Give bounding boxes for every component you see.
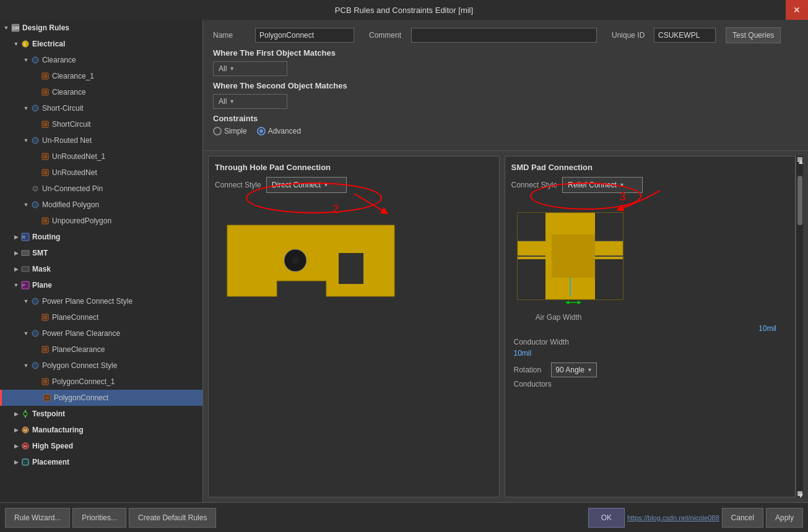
th-connect-dropdown[interactable]: Direct Connect ▼: [266, 177, 347, 193]
svg-text:P: P: [22, 283, 25, 288]
tree-item-power-plane-clearance[interactable]: ▼Power Plane Clearance: [0, 325, 202, 341]
tree-label-power-plane-clearance: Power Plane Clearance: [42, 329, 120, 338]
unique-id-label: Unique ID: [612, 31, 649, 40]
tree-item-manufacturing[interactable]: ▶MManufacturing: [0, 422, 202, 438]
expand-icon-routing[interactable]: ▶: [12, 233, 20, 241]
tree-item-unrouted-net[interactable]: ▼Un-Routed Net: [0, 132, 202, 148]
tree-item-clearance-group[interactable]: ▼Clearance: [0, 52, 202, 68]
expand-icon-design-rules[interactable]: ▼: [2, 24, 10, 32]
tree-item-electrical[interactable]: ▼EElectrical: [0, 36, 202, 52]
svg-rect-64: [22, 459, 28, 465]
expand-icon-shortcircuit[interactable]: [32, 121, 40, 128]
svg-point-27: [33, 186, 38, 191]
expand-icon-smt[interactable]: ▶: [12, 249, 20, 257]
create-default-rules-button[interactable]: Create Default Rules: [129, 508, 216, 528]
cancel-button[interactable]: Cancel: [722, 508, 763, 528]
tree-item-short-circuit[interactable]: ▼Short-Circuit: [0, 100, 202, 116]
node-icon-unroutednet1: [41, 152, 50, 161]
expand-icon-unconnected-pin[interactable]: [22, 185, 30, 192]
expand-icon-planeconnect[interactable]: [32, 314, 40, 321]
scroll-thumb[interactable]: [797, 176, 802, 225]
tree-item-mask[interactable]: ▶Mask: [0, 261, 202, 277]
expand-icon-manufacturing[interactable]: ▶: [12, 426, 20, 434]
simple-radio[interactable]: Simple: [213, 127, 247, 135]
tree-label-unrouted-net: Un-Routed Net: [42, 136, 92, 145]
apply-button[interactable]: Apply: [766, 508, 803, 528]
tree-item-polygonconnect1[interactable]: PolygonConnect_1: [0, 374, 202, 390]
tree-item-placement[interactable]: ▶Placement: [0, 454, 202, 470]
second-object-dropdown[interactable]: All ▼: [213, 94, 287, 109]
expand-icon-unroutednet[interactable]: [32, 169, 40, 176]
name-input[interactable]: [255, 28, 354, 43]
ok-button[interactable]: OK: [588, 508, 625, 528]
node-icon-testpoint: [21, 410, 30, 418]
rotation-dropdown[interactable]: 90 Angle ▼: [551, 363, 597, 377]
expand-icon-unrouted-net[interactable]: ▼: [22, 137, 30, 144]
tree-item-design-rules[interactable]: ▼DRDesign Rules: [0, 20, 202, 36]
test-queries-button[interactable]: Test Queries: [726, 27, 781, 43]
expand-icon-placement[interactable]: ▶: [12, 458, 20, 466]
scroll-up-arrow[interactable]: ▲: [797, 157, 802, 162]
tree-item-polygonconnect[interactable]: PolygonConnect: [0, 390, 202, 406]
expand-icon-polygonconnect[interactable]: [34, 394, 41, 401]
tree-item-testpoint[interactable]: ▶Testpoint: [0, 406, 202, 422]
tree-label-modified-polygon: Modified Polygon: [42, 200, 99, 209]
rotation-row: Rotation 90 Angle ▼: [514, 363, 789, 377]
tree-item-unpouredpolygon[interactable]: UnpouredPolygon: [0, 213, 202, 229]
svg-rect-72: [595, 213, 623, 241]
title-bar: PCB Rules and Constraints Editor [mil] ✕: [0, 0, 808, 20]
expand-icon-electrical[interactable]: ▼: [12, 40, 20, 48]
svg-text:DR: DR: [12, 25, 20, 31]
close-button[interactable]: ✕: [786, 0, 808, 20]
comment-input[interactable]: [411, 28, 597, 43]
tree-item-clearance2[interactable]: Clearance: [0, 84, 202, 100]
expand-icon-polygon-connect-style[interactable]: ▼: [22, 362, 30, 369]
tree-item-planeconnect[interactable]: PlaneConnect: [0, 309, 202, 325]
svg-rect-36: [22, 267, 29, 272]
priorities-button[interactable]: Priorities...: [72, 508, 126, 528]
scroll-down-arrow[interactable]: ▼: [797, 491, 802, 496]
tree-item-unroutednet[interactable]: UnRoutedNet: [0, 165, 202, 181]
expand-icon-unpouredpolygon[interactable]: [32, 217, 40, 225]
right-scrollbar[interactable]: ▲ ▼: [796, 156, 803, 497]
where-second-title: Where The Second Object Matches: [213, 81, 798, 90]
form-area: Name Comment Unique ID Test Queries Wher…: [203, 20, 808, 151]
expand-icon-power-plane-connect-style[interactable]: ▼: [22, 298, 30, 305]
tree-item-planeclearance[interactable]: PlaneClearance: [0, 341, 202, 358]
rule-wizard-button[interactable]: Rule Wizard...: [5, 508, 70, 528]
expand-icon-testpoint[interactable]: ▶: [12, 410, 20, 418]
tree-item-modified-polygon[interactable]: ▼Modified Polygon: [0, 197, 202, 213]
conductor-width-row: Conductor Width: [514, 338, 789, 346]
advanced-radio[interactable]: Advanced: [257, 127, 301, 135]
expand-icon-mask[interactable]: ▶: [12, 265, 20, 273]
tree-item-unconnected-pin[interactable]: Un-Connected Pin: [0, 181, 202, 197]
expand-icon-high-speed[interactable]: ▶: [12, 442, 20, 450]
unique-id-input[interactable]: [654, 28, 716, 43]
expand-icon-clearance2[interactable]: [32, 88, 40, 96]
tree-item-clearance1[interactable]: Clearance_1: [0, 68, 202, 84]
svg-point-39: [32, 298, 38, 304]
expand-icon-planeclearance[interactable]: [32, 346, 40, 353]
tree-item-routing[interactable]: ▶RRouting: [0, 229, 202, 245]
tree-item-unroutednet1[interactable]: UnRoutedNet_1: [0, 148, 202, 165]
tree-label-unroutednet1: UnRoutedNet_1: [52, 152, 105, 161]
expand-icon-short-circuit[interactable]: ▼: [22, 105, 30, 112]
expand-icon-clearance-group[interactable]: ▼: [22, 56, 30, 64]
expand-icon-polygonconnect1[interactable]: [32, 378, 40, 385]
expand-icon-unroutednet1[interactable]: [32, 153, 40, 160]
advanced-radio-circle: [257, 127, 266, 135]
tree-item-plane[interactable]: ▼PPlane: [0, 277, 202, 293]
expand-icon-modified-polygon[interactable]: ▼: [22, 201, 30, 208]
tree-label-mask: Mask: [32, 265, 51, 273]
expand-icon-clearance1[interactable]: [32, 72, 40, 80]
expand-icon-plane[interactable]: ▼: [12, 281, 20, 289]
tree-item-power-plane-connect-style[interactable]: ▼Power Plane Connect Style: [0, 293, 202, 309]
smd-connect-dropdown[interactable]: Relief Connect ▼: [562, 177, 643, 193]
tree-item-high-speed[interactable]: ▶HHigh Speed: [0, 438, 202, 454]
tree-label-manufacturing: Manufacturing: [32, 426, 84, 434]
tree-item-shortcircuit[interactable]: ShortCircuit: [0, 116, 202, 132]
expand-icon-power-plane-clearance[interactable]: ▼: [22, 330, 30, 337]
first-object-dropdown[interactable]: All ▼: [213, 61, 287, 76]
tree-item-smt[interactable]: ▶SMT: [0, 245, 202, 261]
tree-item-polygon-connect-style[interactable]: ▼Polygon Connect Style: [0, 358, 202, 374]
